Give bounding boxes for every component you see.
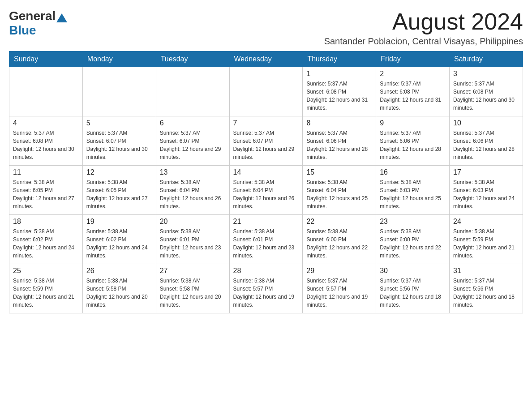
day-info: Sunrise: 5:37 AM Sunset: 6:08 PM Dayligh… [306, 80, 372, 112]
header-thursday: Thursday [303, 51, 376, 67]
table-row: 21Sunrise: 5:38 AM Sunset: 6:01 PM Dayli… [229, 215, 303, 264]
day-info: Sunrise: 5:37 AM Sunset: 6:08 PM Dayligh… [13, 129, 79, 161]
calendar-week-row: 4Sunrise: 5:37 AM Sunset: 6:08 PM Daylig… [9, 116, 523, 166]
day-number: 3 [453, 70, 519, 78]
day-number: 7 [233, 119, 299, 127]
day-number: 15 [306, 168, 372, 176]
header-sunday: Sunday [9, 51, 83, 67]
day-info: Sunrise: 5:38 AM Sunset: 6:00 PM Dayligh… [306, 227, 372, 260]
day-info: Sunrise: 5:37 AM Sunset: 6:07 PM Dayligh… [86, 129, 152, 161]
day-info: Sunrise: 5:38 AM Sunset: 5:59 PM Dayligh… [13, 277, 79, 309]
table-row: 9Sunrise: 5:37 AM Sunset: 6:06 PM Daylig… [376, 116, 450, 166]
day-number: 17 [453, 168, 519, 176]
logo-triangle-icon [56, 13, 67, 22]
day-info: Sunrise: 5:37 AM Sunset: 6:06 PM Dayligh… [380, 129, 446, 161]
table-row: 28Sunrise: 5:38 AM Sunset: 5:57 PM Dayli… [229, 264, 303, 313]
day-info: Sunrise: 5:38 AM Sunset: 6:05 PM Dayligh… [13, 178, 79, 210]
calendar-table: Sunday Monday Tuesday Wednesday Thursday… [9, 51, 523, 313]
day-info: Sunrise: 5:37 AM Sunset: 6:08 PM Dayligh… [453, 80, 519, 112]
table-row: 14Sunrise: 5:38 AM Sunset: 6:04 PM Dayli… [229, 166, 303, 215]
day-info: Sunrise: 5:38 AM Sunset: 6:05 PM Dayligh… [86, 178, 152, 210]
day-number: 2 [380, 70, 446, 78]
day-info: Sunrise: 5:38 AM Sunset: 6:02 PM Dayligh… [86, 227, 152, 260]
table-row [82, 67, 156, 116]
table-row: 10Sunrise: 5:37 AM Sunset: 6:06 PM Dayli… [450, 116, 523, 166]
header-saturday: Saturday [450, 51, 523, 67]
day-number: 19 [86, 218, 152, 226]
day-number: 20 [160, 218, 226, 226]
location-subtitle: Santander Poblacion, Central Visayas, Ph… [324, 36, 523, 47]
header-tuesday: Tuesday [156, 51, 229, 67]
logo: General Blue [9, 9, 68, 38]
table-row: 27Sunrise: 5:38 AM Sunset: 5:58 PM Dayli… [156, 264, 229, 313]
header-wednesday: Wednesday [229, 51, 303, 67]
table-row: 22Sunrise: 5:38 AM Sunset: 6:00 PM Dayli… [303, 215, 376, 264]
day-number: 16 [380, 168, 446, 176]
day-info: Sunrise: 5:37 AM Sunset: 5:56 PM Dayligh… [380, 277, 446, 309]
day-number: 27 [160, 267, 226, 275]
month-title: August 2024 [324, 9, 523, 34]
table-row: 12Sunrise: 5:38 AM Sunset: 6:05 PM Dayli… [82, 166, 156, 215]
table-row: 1Sunrise: 5:37 AM Sunset: 6:08 PM Daylig… [303, 67, 376, 116]
day-info: Sunrise: 5:38 AM Sunset: 6:04 PM Dayligh… [160, 178, 226, 210]
table-row [156, 67, 229, 116]
day-number: 21 [233, 218, 299, 226]
day-number: 9 [380, 119, 446, 127]
table-row: 7Sunrise: 5:37 AM Sunset: 6:07 PM Daylig… [229, 116, 303, 166]
table-row: 6Sunrise: 5:37 AM Sunset: 6:07 PM Daylig… [156, 116, 229, 166]
day-number: 29 [306, 267, 372, 275]
table-row: 29Sunrise: 5:37 AM Sunset: 5:57 PM Dayli… [303, 264, 376, 313]
day-number: 6 [160, 119, 226, 127]
day-number: 25 [13, 267, 79, 275]
day-number: 26 [86, 267, 152, 275]
table-row: 31Sunrise: 5:37 AM Sunset: 5:56 PM Dayli… [450, 264, 523, 313]
day-number: 23 [380, 218, 446, 226]
header-friday: Friday [376, 51, 450, 67]
title-block: August 2024 Santander Poblacion, Central… [324, 9, 523, 47]
day-info: Sunrise: 5:38 AM Sunset: 6:03 PM Dayligh… [380, 178, 446, 210]
calendar-header-row: Sunday Monday Tuesday Wednesday Thursday… [9, 51, 523, 67]
day-number: 12 [86, 168, 152, 176]
day-info: Sunrise: 5:37 AM Sunset: 5:56 PM Dayligh… [453, 277, 519, 309]
day-info: Sunrise: 5:37 AM Sunset: 6:07 PM Dayligh… [160, 129, 226, 161]
table-row: 2Sunrise: 5:37 AM Sunset: 6:08 PM Daylig… [376, 67, 450, 116]
day-info: Sunrise: 5:37 AM Sunset: 6:06 PM Dayligh… [453, 129, 519, 161]
day-number: 8 [306, 119, 372, 127]
day-info: Sunrise: 5:38 AM Sunset: 6:01 PM Dayligh… [233, 227, 299, 260]
table-row: 24Sunrise: 5:38 AM Sunset: 5:59 PM Dayli… [450, 215, 523, 264]
day-info: Sunrise: 5:38 AM Sunset: 6:04 PM Dayligh… [306, 178, 372, 210]
day-info: Sunrise: 5:38 AM Sunset: 5:59 PM Dayligh… [453, 227, 519, 260]
day-info: Sunrise: 5:37 AM Sunset: 5:57 PM Dayligh… [306, 277, 372, 309]
day-info: Sunrise: 5:38 AM Sunset: 5:58 PM Dayligh… [160, 277, 226, 309]
header-monday: Monday [82, 51, 156, 67]
logo-blue-text: Blue [9, 23, 36, 38]
table-row: 18Sunrise: 5:38 AM Sunset: 6:02 PM Dayli… [9, 215, 83, 264]
day-number: 5 [86, 119, 152, 127]
day-info: Sunrise: 5:38 AM Sunset: 6:00 PM Dayligh… [380, 227, 446, 260]
day-info: Sunrise: 5:38 AM Sunset: 6:02 PM Dayligh… [13, 227, 79, 260]
table-row: 20Sunrise: 5:38 AM Sunset: 6:01 PM Dayli… [156, 215, 229, 264]
page-header: General Blue August 2024 Santander Pobla… [9, 9, 523, 47]
table-row: 3Sunrise: 5:37 AM Sunset: 6:08 PM Daylig… [450, 67, 523, 116]
table-row [229, 67, 303, 116]
day-number: 13 [160, 168, 226, 176]
day-number: 18 [13, 218, 79, 226]
table-row: 16Sunrise: 5:38 AM Sunset: 6:03 PM Dayli… [376, 166, 450, 215]
table-row: 5Sunrise: 5:37 AM Sunset: 6:07 PM Daylig… [82, 116, 156, 166]
logo-general-text: General [9, 9, 56, 23]
table-row: 30Sunrise: 5:37 AM Sunset: 5:56 PM Dayli… [376, 264, 450, 313]
table-row: 17Sunrise: 5:38 AM Sunset: 6:03 PM Dayli… [450, 166, 523, 215]
table-row: 11Sunrise: 5:38 AM Sunset: 6:05 PM Dayli… [9, 166, 83, 215]
day-number: 24 [453, 218, 519, 226]
table-row: 4Sunrise: 5:37 AM Sunset: 6:08 PM Daylig… [9, 116, 83, 166]
day-info: Sunrise: 5:38 AM Sunset: 6:01 PM Dayligh… [160, 227, 226, 260]
day-number: 31 [453, 267, 519, 275]
table-row: 15Sunrise: 5:38 AM Sunset: 6:04 PM Dayli… [303, 166, 376, 215]
table-row: 23Sunrise: 5:38 AM Sunset: 6:00 PM Dayli… [376, 215, 450, 264]
day-number: 30 [380, 267, 446, 275]
day-info: Sunrise: 5:37 AM Sunset: 6:07 PM Dayligh… [233, 129, 299, 161]
table-row [9, 67, 83, 116]
table-row: 25Sunrise: 5:38 AM Sunset: 5:59 PM Dayli… [9, 264, 83, 313]
calendar-week-row: 11Sunrise: 5:38 AM Sunset: 6:05 PM Dayli… [9, 166, 523, 215]
day-number: 1 [306, 70, 372, 78]
